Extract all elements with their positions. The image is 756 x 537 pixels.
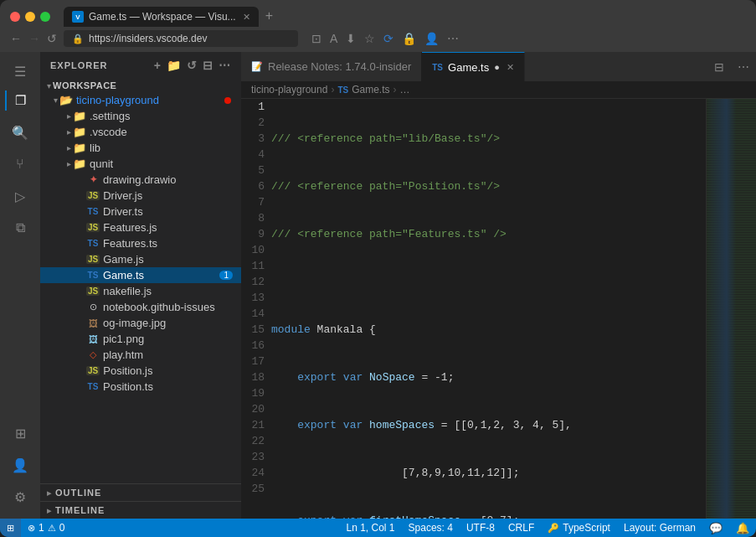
cast-icon[interactable]: ⊡ [311,32,321,45]
zoom-icon[interactable]: A [330,32,337,45]
file-pic1[interactable]: ▸ 🖼 pic1.png [40,331,241,347]
file-driver-js[interactable]: ▸ JS Driver.js [40,188,241,204]
file-name-game-ts: Game.ts [103,269,144,281]
activity-menu-icon[interactable]: ☰ [5,59,35,84]
new-tab-button[interactable]: + [260,8,278,27]
file-drawing[interactable]: ▸ ✦ drawing.drawio [40,172,241,188]
editor-more-actions[interactable]: ⋯ [731,52,756,81]
browser-tab-vscode[interactable]: V Game.ts — Workspace — Visu... ✕ [64,7,259,27]
sidebar-timeline[interactable]: ▸ TIMELINE [40,501,241,519]
file-notebook[interactable]: ▸ ⊙ notebook.github-issues [40,299,241,315]
editor-tabs-bar: 📝 Release Notes: 1.74.0-insider TS Game.… [241,52,756,81]
file-og-image[interactable]: ▸ 🖼 og-image.jpg [40,315,241,331]
file-nakefile[interactable]: ▸ JS nakefile.js [40,283,241,299]
status-notifications[interactable]: 🔔 [729,519,756,537]
folder-settings[interactable]: ▸ 📁 .settings [40,108,241,124]
status-bar: ⊞ ⊗ 1 ⚠ 0 Ln 1, Col 1 Spaces: 4 UTF-8 CR… [0,519,756,537]
folder-lib[interactable]: ▸ 📁 lib [40,140,241,156]
folder-dot [224,97,231,104]
encoding-label: UTF-8 [466,522,495,534]
activity-settings[interactable]: ⚙ [5,482,35,512]
breadcrumb-symbol[interactable]: … [400,84,410,96]
sidebar: EXPLORER + 📁 ↺ ⊟ ⋯ ▾ WORKSPACE [40,52,241,519]
status-errors[interactable]: ⊗ 1 ⚠ 0 [21,519,71,537]
more-icon[interactable]: ⋯ [447,32,459,45]
sidebar-outline[interactable]: ▸ OUTLINE [40,483,241,501]
activity-bar: ☰ ❐ 🔍 ⑂ ▷ ⧉ ⊞ 👤 ⚙ [0,52,40,519]
folder-ticino-playground[interactable]: ▾ 📂 ticino-playground [40,92,241,108]
activity-remote[interactable]: ⊞ [5,418,35,448]
profile-icon[interactable]: 👤 [424,32,439,45]
collapse-icon[interactable]: ⊟ [203,59,213,72]
folder-name-ticino: ticino-playground [76,94,159,106]
new-file-icon[interactable]: + [154,59,162,72]
file-features-js[interactable]: ▸ JS Features.js [40,219,241,235]
workspace-root[interactable]: ▾ WORKSPACE [40,79,241,92]
code-line-7: export var homeSpaces = [[0,1,2, 3, 4, 5… [271,417,706,433]
status-layout[interactable]: Layout: German [617,519,702,537]
folder-vscode[interactable]: ▸ 📁 .vscode [40,124,241,140]
file-name-game-js: Game.js [103,253,143,266]
file-features-ts[interactable]: ▸ TS Features.ts [40,235,241,251]
breadcrumb-file[interactable]: Game.ts [352,84,389,96]
activity-search[interactable]: 🔍 [5,117,35,147]
breadcrumb: ticino-playground › TS Game.ts › … [241,81,756,99]
tab-game-ts-label: Game.ts [448,61,489,74]
error-icon: ⊗ [28,523,35,534]
code-line-1: /// <reference path="lib/Base.ts"/> [271,131,706,147]
download-icon[interactable]: ⬇ [346,32,356,45]
file-position-ts[interactable]: ▸ TS Position.ts [40,379,241,395]
release-notes-icon: 📝 [251,61,263,72]
reload-button[interactable]: ↺ [47,32,57,45]
tab-release-notes[interactable]: 📝 Release Notes: 1.74.0-insider [241,52,422,81]
status-position[interactable]: Ln 1, Col 1 [339,519,401,537]
code-content[interactable]: /// <reference path="lib/Base.ts"/> /// … [271,99,706,519]
status-encoding[interactable]: UTF-8 [460,519,501,537]
status-eol[interactable]: CRLF [501,519,541,537]
status-spaces[interactable]: Spaces: 4 [402,519,460,537]
activity-account[interactable]: 👤 [5,450,35,480]
remote-icon-status[interactable]: ⊞ [0,519,21,537]
close-button[interactable] [10,12,20,22]
language-icon: 🔑 [548,523,559,534]
file-tree: ▾ WORKSPACE ▾ 📂 ticino-playground ▸ 📁 [40,79,241,483]
file-game-ts[interactable]: ▸ TS Game.ts 1 [40,267,241,283]
file-driver-ts[interactable]: ▸ TS Driver.ts [40,204,241,219]
bookmark-icon[interactable]: ☆ [364,32,375,45]
forward-button[interactable]: → [28,32,40,45]
file-play[interactable]: ▸ ◇ play.htm [40,347,241,363]
game-ts-lang-icon: TS [432,63,443,72]
minimize-button[interactable] [25,12,35,22]
file-badge: 1 [219,271,233,280]
tab-close-game-ts[interactable]: ✕ [507,62,514,73]
file-game-js[interactable]: ▸ JS Game.js [40,251,241,267]
maximize-button[interactable] [40,12,50,22]
more-actions-icon[interactable]: ⋯ [219,59,231,72]
spaces-label: Spaces: 4 [409,522,453,534]
address-box[interactable]: 🔒 https://insiders.vscode.dev [64,30,298,47]
file-name-driver-js: Driver.js [103,189,142,202]
activity-explorer[interactable]: ❐ [5,85,35,116]
activity-source-control[interactable]: ⑂ [5,149,35,179]
folder-qunit[interactable]: ▸ 📁 qunit [40,156,241,172]
shield-icon[interactable]: 🔒 [402,32,416,45]
new-folder-icon[interactable]: 📁 [167,59,182,72]
status-language[interactable]: 🔑 TypeScript [541,519,617,537]
activity-extensions[interactable]: ⧉ [5,213,35,243]
tab-close-icon[interactable]: ✕ [243,12,250,23]
refresh-icon[interactable]: ↺ [187,59,198,72]
back-button[interactable]: ← [10,32,22,45]
tab-favicon: V [72,11,84,23]
code-line-4 [271,274,706,290]
file-position-js[interactable]: ▸ JS Position.js [40,363,241,379]
activity-run[interactable]: ▷ [5,181,35,211]
browser-tab-label: Game.ts — Workspace — Visu... [89,11,236,23]
tab-release-notes-label: Release Notes: 1.74.0-insider [268,60,411,73]
breadcrumb-sep2: › [393,84,397,96]
breadcrumb-workspace[interactable]: ticino-playground [251,84,327,96]
bell-icon: 🔔 [736,522,749,534]
editor-layout-button[interactable]: ⊟ [707,52,731,81]
sync-icon[interactable]: ⟳ [383,32,393,45]
tab-game-ts[interactable]: TS Game.ts ● ✕ [422,52,525,81]
status-feedback[interactable]: 💬 [702,519,729,537]
